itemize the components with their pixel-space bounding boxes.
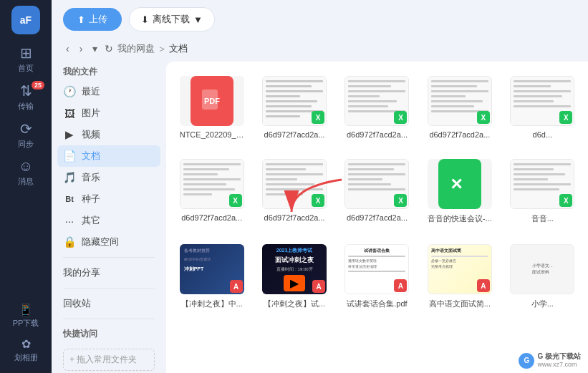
forward-button[interactable]: › — [77, 42, 86, 56]
file-thumbnail: X — [510, 159, 574, 209]
add-favorite-folder-button[interactable]: + 拖入常用文件夹 — [63, 349, 155, 371]
my-files-section-title: 我的文件 — [57, 62, 160, 81]
nav-item-other[interactable]: ··· 其它 — [57, 210, 160, 231]
doc-preview: X — [428, 76, 492, 126]
file-item[interactable]: PDF NTCE_202209_5... — [175, 70, 249, 145]
nav-item-docs[interactable]: 📄 文档 — [57, 145, 160, 167]
nav-bt-label: 种子 — [82, 193, 100, 205]
offline-download-button[interactable]: ⬇ 离线下载 ▼ — [129, 7, 215, 32]
ppdownload-icon: 📱 — [19, 303, 33, 316]
file-item[interactable]: ✕ 音音的快速会议-... — [423, 153, 496, 230]
doc-preview: X — [510, 159, 574, 209]
file-name: d6d... — [510, 130, 574, 139]
file-badge: A — [312, 280, 325, 293]
file-thumbnail: 试讲套话合集 通用语文数学英语科学道法历史地理 A — [344, 244, 409, 294]
add-folder-label: + 拖入常用文件夹 — [69, 354, 137, 366]
images-icon: 🖼 — [63, 107, 76, 120]
nav-recycle-label: 回收站 — [63, 297, 91, 310]
nav-item-recycle[interactable]: 回收站 — [57, 293, 160, 314]
doc-preview: X — [344, 159, 409, 209]
pdf-icon: PDF — [191, 76, 233, 126]
file-item[interactable]: X d6d972f7acd2a... — [257, 153, 331, 230]
doc-preview: X — [344, 76, 409, 126]
recent-icon: 🕐 — [63, 85, 76, 98]
sidebar-item-ppdownload[interactable]: 📱 PP下载 — [0, 299, 52, 333]
file-thumbnail: X — [428, 76, 492, 126]
upload-icon: ⬆ — [77, 14, 85, 25]
file-name: 小学... — [510, 299, 574, 309]
file-badge: X — [559, 194, 572, 207]
file-badge: A — [477, 279, 490, 292]
refresh-button[interactable]: ↻ — [105, 43, 113, 54]
sidebar-item-messages[interactable]: ☺ 消息 — [0, 154, 52, 191]
docs-icon: 📄 — [63, 150, 76, 163]
nav-item-images[interactable]: 🖼 图片 — [57, 102, 160, 124]
nav-item-bt[interactable]: Bt 种子 — [57, 188, 160, 210]
sidebar-item-transfer[interactable]: 25 ⇅ 传输 — [0, 78, 52, 116]
file-grid: PDF NTCE_202209_5... — [175, 64, 579, 321]
breadcrumb-root: 我的网盘 — [117, 42, 155, 55]
file-thumbnail: X — [344, 76, 409, 126]
breadcrumb: ‹ › ▾ ↻ 我的网盘 > 文档 — [52, 39, 588, 62]
file-item[interactable]: X d6d972f7acd2a... — [175, 153, 249, 230]
sidebar-item-album[interactable]: ✿ 划相册 — [0, 333, 52, 367]
file-item[interactable]: X d6d972f7acd2a... — [340, 153, 414, 230]
bt-icon: Bt — [63, 195, 76, 203]
file-badge: A — [394, 279, 407, 292]
file-badge: X — [394, 111, 407, 124]
file-item[interactable]: X d6d... — [506, 70, 579, 145]
sidebar-transfer-label: 传输 — [18, 101, 34, 112]
nav-item-recent[interactable]: 🕐 最近 — [57, 81, 160, 102]
app-logo: aF — [11, 6, 40, 34]
sidebar-home-label: 首页 — [18, 63, 34, 74]
file-item[interactable]: X d6d972f7acd2a... — [340, 70, 414, 145]
breadcrumb-separator: > — [159, 44, 165, 54]
sidebar-messages-label: 消息 — [18, 176, 34, 187]
file-item[interactable]: X d6d972f7acd2a... — [257, 70, 331, 145]
upload-button[interactable]: ⬆ 上传 — [63, 8, 122, 31]
file-item[interactable]: 高中语文面试简 必修一至必修五完整考点梳理 A 高中语文面试简... — [423, 238, 496, 315]
file-name: d6d972f7acd2a... — [180, 213, 244, 222]
sidebar-item-home[interactable]: ⊞ 首页 — [0, 40, 52, 78]
file-item[interactable]: 小学语文...面试资料 小学... — [506, 238, 579, 315]
file-name: 音音的快速会议-... — [428, 213, 492, 224]
file-badge: X — [394, 194, 407, 207]
file-item[interactable]: X d6d972f7acd2a... — [423, 70, 496, 145]
file-badge: X — [312, 194, 324, 207]
transfer-badge: 25 — [32, 81, 44, 89]
file-name: 【冲刺之夜】中... — [180, 299, 244, 309]
path-dropdown-button[interactable]: ▾ — [90, 42, 100, 56]
nav-divider-3 — [63, 319, 155, 319]
nav-divider-1 — [63, 257, 155, 258]
nav-docs-label: 文档 — [82, 150, 100, 163]
file-name: d6d972f7acd2a... — [344, 130, 409, 139]
sidebar-ppdownload-label: PP下载 — [13, 318, 39, 329]
file-thumbnail: 高中语文面试简 必修一至必修五完整考点梳理 A — [428, 244, 492, 294]
file-thumbnail: 2023上教师考试 面试冲刺之夜 直播时间：19:00开 ▶ A — [262, 244, 327, 294]
nav-item-music[interactable]: 🎵 音乐 — [57, 167, 160, 188]
file-thumbnail: X — [262, 76, 327, 126]
nav-item-hidden[interactable]: 🔒 隐藏空间 — [57, 231, 160, 253]
hidden-icon: 🔒 — [63, 236, 76, 248]
file-name: 【冲刺之夜】试... — [262, 299, 327, 309]
file-thumbnail: ✕ — [428, 159, 492, 209]
svg-text:✕: ✕ — [450, 175, 463, 193]
sidebar: aF ⊞ 首页 25 ⇅ 传输 ⟳ 同步 ☺ 消息 📱 PP下载 ✿ 划相册 — [0, 0, 52, 373]
file-item[interactable]: 试讲套话合集 通用语文数学英语科学道法历史地理 A 试讲套话合集.pdf — [340, 238, 414, 315]
watermark-title: G 极光下载站 — [537, 352, 581, 361]
file-item[interactable]: 2023上教师考试 面试冲刺之夜 直播时间：19:00开 ▶ A 【冲刺之夜】试… — [257, 238, 331, 315]
transfer-icon: ⇅ — [20, 82, 32, 100]
toolbar: ⬆ 上传 ⬇ 离线下载 ▼ — [52, 0, 588, 39]
doc-preview: X — [262, 159, 327, 209]
file-grid-area: PDF NTCE_202209_5... — [166, 62, 588, 373]
file-item[interactable]: 备考教材推荐 教综/学科/普通话 冲刺PPT A 【冲刺之夜】中... — [175, 238, 249, 315]
album-icon: ✿ — [21, 337, 31, 351]
file-thumbnail: 小学语文...面试资料 — [510, 244, 574, 294]
excel-icon: ✕ — [438, 159, 481, 209]
file-thumbnail: 备考教材推荐 教综/学科/普通话 冲刺PPT A — [180, 244, 244, 294]
back-button[interactable]: ‹ — [63, 42, 72, 56]
sidebar-item-sync[interactable]: ⟳ 同步 — [0, 116, 52, 154]
nav-item-my-share[interactable]: 我的分享 — [57, 262, 160, 284]
nav-item-video[interactable]: ▶ 视频 — [57, 124, 160, 145]
file-item[interactable]: X 音音... — [506, 153, 579, 230]
